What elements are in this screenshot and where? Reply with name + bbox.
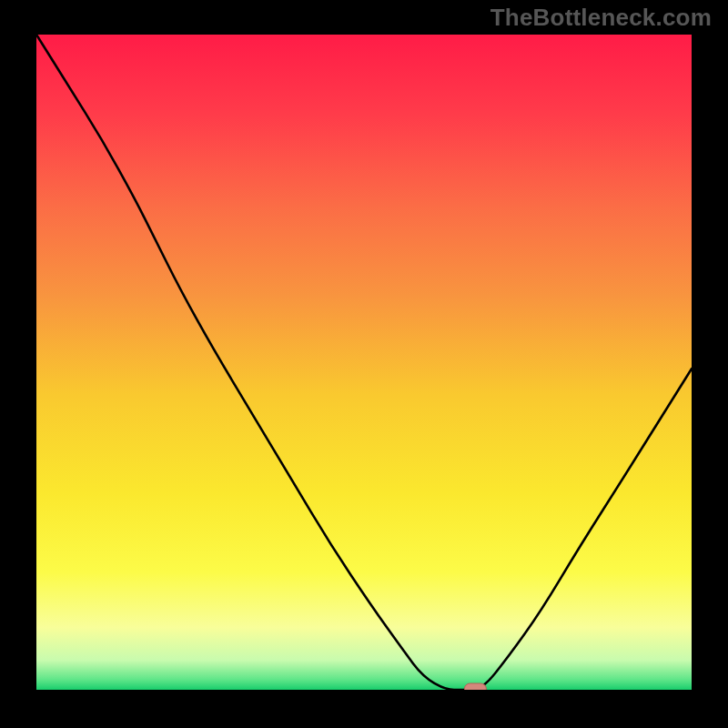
chart-background bbox=[36, 35, 692, 690]
chart-svg bbox=[36, 35, 692, 690]
plot-area bbox=[36, 35, 692, 690]
chart-frame: TheBottleneck.com bbox=[0, 0, 728, 728]
watermark-label: TheBottleneck.com bbox=[490, 4, 712, 32]
optimal-marker bbox=[464, 683, 486, 690]
